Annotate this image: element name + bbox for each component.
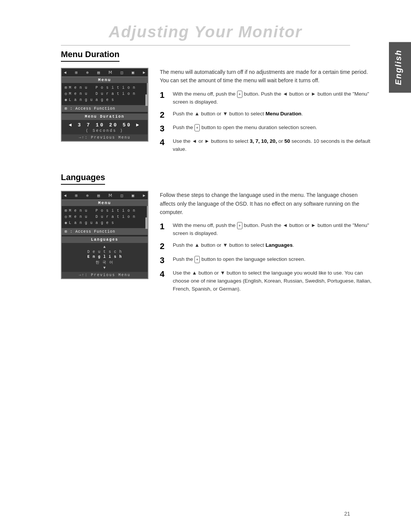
languages-section: Languages ◄ ⊞ ⊕ ▤ Ⅿ ◫ ▣ ► Menu	[61, 173, 373, 297]
osd-lang-list: ▲ D e u t s c h E n g l i s h 한 국 어 ▼	[62, 243, 148, 272]
languages-intro: Follow these steps to change the languag…	[160, 191, 373, 216]
osd-prev-menu-1: →↑: Previous Menu	[62, 134, 148, 141]
languages-step-3: 3 Push the + button to open the language…	[160, 256, 373, 265]
osd-menu-items-2: ⊞ M e n u P o s i t i o n ◎ M e n u D u …	[62, 206, 148, 227]
osd-item-menu-dur-2: ◎ M e n u D u r a t i o n	[65, 214, 144, 220]
osd-icon-9: ▤	[97, 193, 100, 198]
osd-item-lang-2: ◉ L a n g u a g e s	[65, 220, 144, 226]
osd-menu-wrapper-2: ⊞ M e n u P o s i t i o n ◎ M e n u D u …	[62, 206, 148, 227]
step-num-8: 4	[160, 269, 169, 279]
osd-arrow-right-1: ►	[143, 70, 145, 75]
lang-up-arrow: ▲	[62, 244, 148, 249]
menu-duration-section: Menu Duration ◄ ⊞ ⊕ ▤ Ⅿ ◫ ▣ ►	[61, 50, 373, 157]
osd-item-icon-3: ◉	[65, 97, 67, 102]
osd-icon-5: ◫	[121, 70, 123, 75]
osd-icon-7: ⊞	[75, 193, 78, 198]
osd-item-icon-2: ◎	[65, 91, 67, 96]
osd-access-row-2: ⊞ : Access Function	[62, 228, 148, 235]
osd-menu-bar-1: Menu	[62, 77, 148, 83]
osd-sub-title-1: Menu Duration	[62, 113, 148, 120]
osd-arrow-left-1: ◄	[64, 70, 67, 75]
bold-50: 50	[284, 138, 290, 144]
osd-sub-screen-1: Menu Duration ◄ 3 7 10 20 50 ► ( Seconds…	[62, 113, 148, 134]
osd-menu-bar-2: Menu	[62, 200, 148, 206]
osd-sub-title-2: Languages	[62, 236, 148, 243]
step-text-6: Push the ▲ button or ▼ button to select …	[173, 241, 294, 249]
main-content: Menu Duration ◄ ⊞ ⊕ ▤ Ⅿ ◫ ▣ ►	[61, 50, 373, 312]
step-num-4: 4	[160, 137, 169, 147]
languages-osd: ◄ ⊞ ⊕ ▤ Ⅿ ◫ ▣ ► Menu	[61, 191, 148, 279]
osd-icon-6: ▣	[132, 70, 134, 75]
osd-icon-2: ⊕	[86, 70, 89, 75]
osd-arrow-right-2: ►	[143, 193, 145, 198]
osd-arrow-left-2: ◄	[64, 193, 67, 198]
osd-icon-10: Ⅿ	[108, 193, 112, 198]
osd-screen-1: ◄ ⊞ ⊕ ▤ Ⅿ ◫ ▣ ► Menu	[61, 68, 148, 142]
page-number: 21	[344, 511, 350, 517]
osd-icon-3: ▤	[97, 70, 100, 75]
english-tab: English	[389, 42, 411, 93]
languages-step-1: 1 With the menu off, push the + button. …	[160, 222, 373, 238]
step-num-7: 3	[160, 256, 169, 265]
osd-item-icon-1: ⊞	[65, 85, 67, 90]
osd-item-label-2: M e n u D u r a t i o n	[69, 92, 135, 96]
menu-duration-osd: ◄ ⊞ ⊕ ▤ Ⅿ ◫ ▣ ► Menu	[61, 68, 148, 142]
osd-icon-11: ◫	[121, 193, 123, 198]
step-text-3: Push the + button to open the menu durat…	[173, 124, 317, 132]
osd-item-label-5: M e n u D u r a t i o n	[69, 215, 135, 219]
languages-step-4: 4 Use the ▲ button or ▼ button to select…	[160, 269, 373, 293]
osd-sub-screen-2: Languages ▲ D e u t s c h E n g l i s h …	[62, 236, 148, 272]
osd-item-label-4: M e n u P o s i t i o n	[69, 209, 135, 213]
osd-sub-values-1: ◄ 3 7 10 20 50 ►	[62, 120, 148, 129]
osd-icon-4: Ⅿ	[108, 70, 112, 75]
step-num-3: 3	[160, 124, 169, 134]
osd-menu-wrapper-1: ⊞ M e n u P o s i t i o n ◎ M e n u D u …	[62, 83, 148, 104]
bold-3-7-10: 3, 7, 10, 20,	[250, 138, 277, 144]
bold-languages: Languages	[266, 242, 293, 248]
osd-icon-12: ▣	[132, 193, 134, 198]
step-text-4: Use the ◄ or ► buttons to select 3, 7, 1…	[173, 137, 373, 153]
lang-down-arrow: ▼	[62, 265, 148, 270]
step-text-7: Push the + button to open the language s…	[173, 256, 305, 264]
menu-duration-title: Menu Duration	[61, 50, 119, 62]
languages-body: ◄ ⊞ ⊕ ▤ Ⅿ ◫ ▣ ► Menu	[61, 191, 373, 297]
menu-duration-intro: The menu will automatically turn off if …	[160, 68, 373, 85]
osd-prev-menu-2: →↑: Previous Menu	[62, 272, 148, 278]
step-num-1: 1	[160, 90, 169, 100]
menu-duration-instructions: The menu will automatically turn off if …	[160, 68, 373, 157]
osd-icon-1: ⊞	[75, 70, 78, 75]
page-title: Adjusting Your Monitor	[61, 23, 350, 41]
step-num-6: 2	[160, 241, 169, 251]
menu-duration-step-4: 4 Use the ◄ or ► buttons to select 3, 7,…	[160, 137, 373, 153]
btn-icon-1: +	[237, 91, 242, 98]
scrollbar-2	[145, 217, 148, 229]
bold-menu-duration: Menu Duration	[266, 111, 302, 117]
lang-deutsch: D e u t s c h	[62, 249, 148, 254]
btn-icon-2: +	[194, 124, 200, 131]
languages-title: Languages	[61, 173, 105, 185]
osd-item-lang-1: ◉ L a n g u a g e s	[65, 97, 144, 103]
osd-screen-2: ◄ ⊞ ⊕ ▤ Ⅿ ◫ ▣ ► Menu	[61, 191, 148, 279]
osd-access-row-1: ⊞ : Access Function	[62, 105, 148, 112]
menu-duration-step-1: 1 With the menu off, push the + button. …	[160, 90, 373, 106]
osd-item-icon-4: ⊞	[65, 208, 67, 213]
osd-item-icon-6: ◉	[65, 220, 67, 225]
menu-duration-body: ◄ ⊞ ⊕ ▤ Ⅿ ◫ ▣ ► Menu	[61, 68, 373, 157]
scrollbar-1	[145, 94, 148, 106]
menu-duration-step-3: 3 Push the + button to open the menu dur…	[160, 124, 373, 134]
step-text-1: With the menu off, push the + button. Pu…	[173, 90, 373, 106]
osd-item-menu-pos-2: ⊞ M e n u P o s i t i o n	[65, 208, 144, 214]
osd-menu-items-1: ⊞ M e n u P o s i t i o n ◎ M e n u D u …	[62, 83, 148, 104]
osd-top-icons-2: ◄ ⊞ ⊕ ▤ Ⅿ ◫ ▣ ►	[62, 192, 148, 200]
step-text-8: Use the ▲ button or ▼ button to select t…	[173, 269, 373, 293]
btn-icon-4: +	[194, 256, 200, 263]
osd-item-menu-pos-1: ⊞ M e n u P o s i t i o n	[65, 85, 144, 91]
languages-instructions: Follow these steps to change the languag…	[160, 191, 373, 297]
osd-item-menu-dur-1: ◎ M e n u D u r a t i o n	[65, 91, 144, 97]
osd-item-label-1: M e n u P o s i t i o n	[69, 86, 135, 90]
step-text-5: With the menu off, push the + button. Pu…	[173, 222, 373, 238]
lang-korean: 한 국 어	[62, 259, 148, 265]
menu-duration-step-2: 2 Push the ▲ button or ▼ button to selec…	[160, 110, 373, 120]
page-title-area: Adjusting Your Monitor	[61, 23, 350, 46]
osd-item-label-3: L a n g u a g e s	[69, 98, 114, 102]
